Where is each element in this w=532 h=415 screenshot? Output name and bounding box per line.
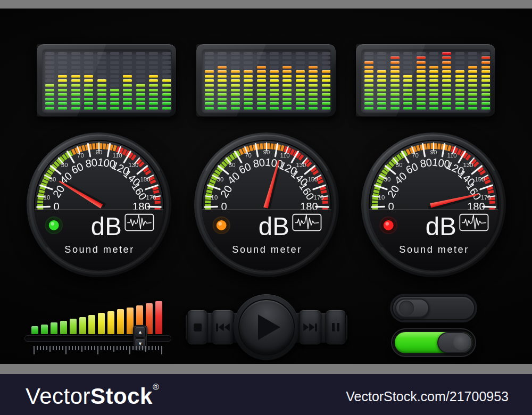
- eq-segment: [205, 84, 214, 87]
- eq-segment: [257, 107, 266, 110]
- ruler-tick: [145, 346, 146, 352]
- eq-segment: [270, 89, 279, 92]
- gauge-minor-label: 70: [245, 152, 252, 159]
- equalizer-screen: [202, 49, 331, 113]
- eq-segment: [468, 79, 477, 82]
- eq-segment: [270, 52, 279, 55]
- toggle-switch-on[interactable]: [391, 328, 476, 357]
- eq-segment: [136, 61, 145, 64]
- eq-segment: [123, 61, 132, 64]
- eq-segment: [97, 89, 106, 92]
- eq-segment: [455, 56, 464, 59]
- ruler-tick: [132, 346, 134, 350]
- ruler-tick: [88, 346, 89, 350]
- eq-segment: [58, 98, 67, 101]
- next-button[interactable]: [299, 310, 321, 345]
- eq-segment: [257, 102, 266, 105]
- toggle-knob[interactable]: [437, 332, 472, 353]
- ruler-tick: [113, 346, 114, 352]
- eq-segment: [162, 93, 171, 96]
- slider-up-button[interactable]: ▲: [135, 327, 146, 338]
- eq-segment: [390, 107, 400, 110]
- eq-segment: [162, 66, 171, 69]
- eq-segment: [97, 70, 106, 73]
- slider-track[interactable]: [24, 335, 171, 342]
- stop-icon: [194, 323, 202, 331]
- eq-segment: [429, 102, 438, 105]
- eq-segment: [481, 93, 491, 96]
- eq-segment: [231, 89, 240, 92]
- eq-segment: [309, 66, 318, 69]
- eq-segment: [231, 70, 240, 73]
- pause-icon: [332, 323, 339, 331]
- eq-segment: [97, 66, 106, 69]
- ruler-tick: [155, 346, 156, 350]
- eq-segment: [218, 79, 227, 82]
- eq-segment: [162, 102, 171, 105]
- eq-segment: [257, 89, 266, 92]
- previous-button[interactable]: [212, 310, 234, 345]
- ruler-tick: [139, 346, 140, 350]
- eq-segment: [110, 107, 119, 110]
- eq-segment: [97, 93, 106, 96]
- eq-segment: [45, 70, 54, 73]
- eq-segment: [257, 61, 266, 64]
- play-button[interactable]: [238, 299, 295, 355]
- eq-segment: [205, 79, 214, 82]
- eq-segment: [364, 52, 373, 55]
- eq-segment: [71, 52, 80, 55]
- eq-segment: [322, 93, 331, 96]
- eq-segment: [97, 84, 106, 87]
- eq-segment: [403, 107, 412, 110]
- eq-segment: [390, 98, 400, 101]
- eq-segment: [429, 56, 438, 59]
- sound-meter-gauge-2: 0204060801001201401601801030507090110130…: [193, 131, 340, 278]
- ruler-tick: [46, 346, 47, 350]
- level-bar: [107, 311, 114, 334]
- toggle-knob[interactable]: [395, 298, 429, 318]
- ruler-tick: [78, 346, 79, 350]
- eq-segment: [322, 102, 331, 105]
- eq-segment: [110, 89, 119, 92]
- logo-light-text: Vector: [26, 384, 90, 409]
- eq-segment: [162, 84, 171, 87]
- eq-segment: [364, 75, 373, 78]
- eq-segment: [149, 107, 158, 110]
- registered-mark: ®: [153, 383, 159, 392]
- eq-segment: [45, 102, 54, 105]
- eq-segment: [84, 84, 93, 87]
- level-bar: [155, 301, 162, 334]
- eq-segment: [205, 61, 214, 64]
- level-bar: [51, 322, 57, 334]
- eq-segment: [244, 84, 253, 87]
- stop-button[interactable]: [187, 310, 207, 345]
- eq-segment: [455, 66, 464, 69]
- ruler-tick: [136, 346, 137, 350]
- level-bar: [70, 319, 77, 334]
- gauge-minor-label: 10: [211, 194, 218, 201]
- eq-segment: [58, 84, 67, 87]
- eq-segment: [149, 93, 158, 96]
- eq-segment: [429, 89, 438, 92]
- eq-segment: [257, 52, 266, 55]
- eq-segment: [110, 84, 119, 87]
- eq-segment: [162, 52, 171, 55]
- eq-segment: [231, 107, 240, 110]
- gauge-name-label: Sound meter: [64, 244, 134, 255]
- eq-segment: [123, 52, 132, 55]
- eq-segment: [417, 75, 426, 78]
- eq-segment: [282, 66, 292, 69]
- eq-segment: [270, 79, 279, 82]
- eq-segment: [282, 107, 292, 110]
- eq-segment: [364, 102, 373, 105]
- toggle-switch-off[interactable]: [392, 296, 475, 320]
- eq-segment: [296, 89, 305, 92]
- eq-segment: [481, 52, 491, 55]
- pause-button[interactable]: [326, 310, 346, 345]
- eq-segment: [58, 61, 67, 64]
- eq-segment: [270, 70, 279, 73]
- eq-segment: [429, 98, 438, 101]
- eq-segment: [429, 70, 438, 73]
- eq-segment: [84, 52, 93, 55]
- eq-segment: [270, 61, 279, 64]
